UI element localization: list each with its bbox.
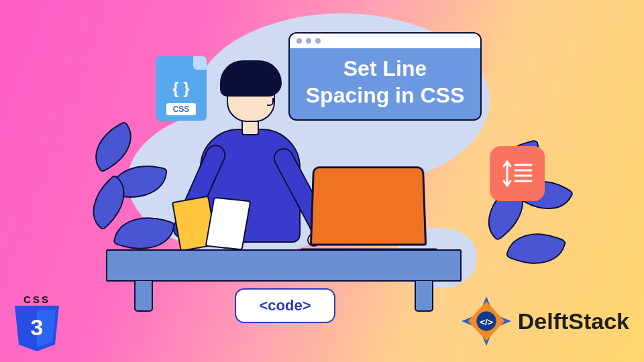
desk (106, 249, 462, 282)
window-dot-icon (306, 38, 311, 44)
window-dot-icon (315, 38, 321, 44)
css3-badge: CSS 3 (12, 294, 62, 351)
brand-name: DelftStack (518, 310, 629, 333)
brand-logo-icon: </> (460, 295, 513, 347)
css3-badge-label: CSS (12, 294, 62, 304)
svg-text:3: 3 (31, 314, 44, 340)
svg-text:</>: </> (480, 317, 493, 327)
css3-shield-icon: 3 (12, 306, 62, 351)
laptop-illustration (302, 165, 436, 259)
book-illustration (176, 198, 250, 252)
window-titlebar (290, 34, 480, 48)
code-tag-pill: <code> (235, 288, 335, 323)
line-spacing-chip (490, 146, 545, 201)
line-spacing-icon (500, 157, 534, 190)
window-dot-icon (297, 38, 302, 44)
brand: </> DelftStack (460, 295, 629, 347)
code-tag-label: <code> (259, 298, 311, 313)
